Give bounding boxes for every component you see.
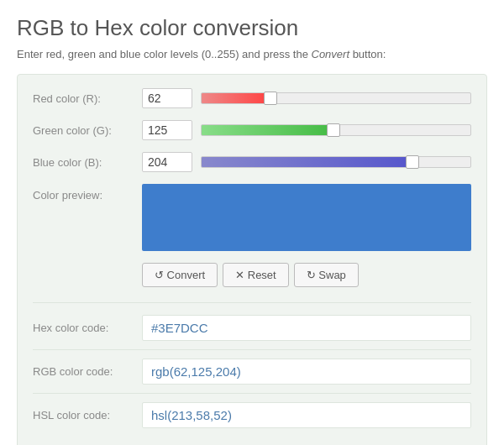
main-panel: Red color (R): Green color (G): Blue col… [17, 74, 487, 445]
color-preview-box [142, 184, 471, 251]
hsl-value: hsl(213,58,52) [142, 402, 471, 428]
hsl-row: HSL color code: hsl(213,58,52) [33, 393, 471, 437]
green-slider[interactable] [201, 124, 471, 136]
blue-slider-container [201, 153, 471, 171]
green-input[interactable] [142, 120, 192, 140]
green-slider-container [201, 121, 471, 139]
hex-row: Hex color code: #3E7DCC [33, 306, 471, 349]
buttons-row: ↺ Convert ✕ Reset ↻ Swap [142, 263, 471, 287]
reset-button[interactable]: ✕ Reset [223, 263, 289, 287]
rgb-row: RGB color code: rgb(62,125,204) [33, 349, 471, 393]
green-label: Green color (G): [33, 124, 142, 137]
hex-value: #3E7DCC [142, 315, 471, 341]
hsl-label: HSL color code: [33, 409, 142, 421]
page-subtitle: Enter red, green and blue color levels (… [17, 48, 487, 60]
results-section: Hex color code: #3E7DCC RGB color code: … [33, 302, 471, 437]
red-input[interactable] [142, 88, 192, 108]
swap-button[interactable]: ↻ Swap [294, 263, 359, 287]
blue-row: Blue color (B): [33, 152, 471, 172]
subtitle-suffix: button: [349, 48, 386, 60]
hex-label: Hex color code: [33, 322, 142, 334]
red-slider[interactable] [201, 92, 471, 104]
blue-slider[interactable] [201, 156, 471, 168]
rgb-label: RGB color code: [33, 365, 142, 378]
convert-button[interactable]: ↺ Convert [142, 263, 218, 287]
color-preview-label: Color preview: [33, 184, 142, 251]
subtitle-text: Enter red, green and blue color levels (… [17, 48, 312, 60]
red-slider-container [201, 89, 471, 107]
blue-label: Blue color (B): [33, 156, 142, 169]
red-label: Red color (R): [33, 92, 142, 105]
color-preview-row: Color preview: [33, 184, 471, 251]
green-row: Green color (G): [33, 120, 471, 140]
page-title: RGB to Hex color conversion [17, 15, 487, 41]
blue-input[interactable] [142, 152, 192, 172]
rgb-value: rgb(62,125,204) [142, 359, 471, 385]
subtitle-italic: Convert [312, 48, 350, 60]
red-row: Red color (R): [33, 88, 471, 108]
